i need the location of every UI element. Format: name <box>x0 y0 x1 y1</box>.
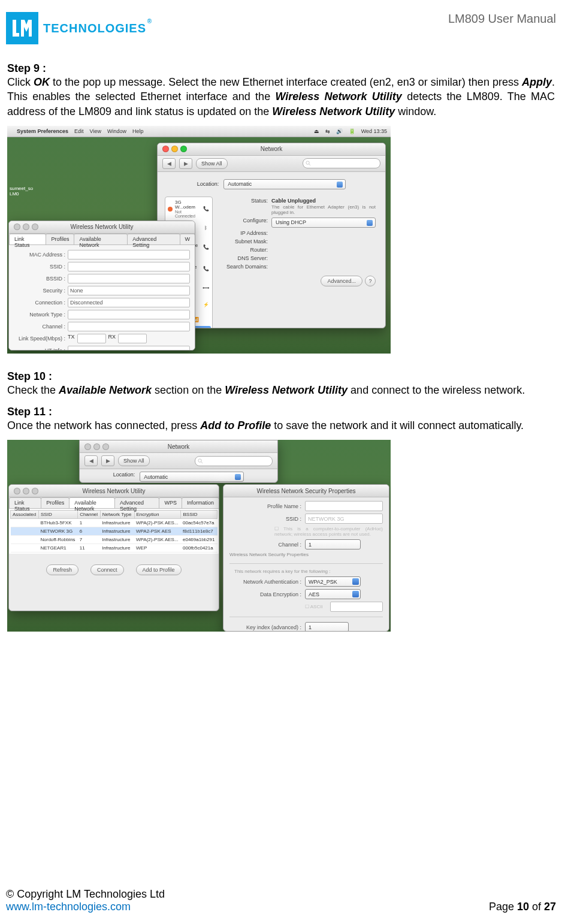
step9-heading: Step 9 : <box>7 62 555 75</box>
channel-field <box>68 322 190 331</box>
table-row[interactable]: Nordoff-Robbins7InfrastructureWPA(2)-PSK… <box>11 536 217 544</box>
iface-3g-modem[interactable]: 3G W...odemNot Connected📞 <box>167 198 211 220</box>
network-toolbar: ◀ ▶ Show All <box>158 156 385 172</box>
tab-available-network[interactable]: Available Network <box>69 497 115 508</box>
menu-view: View <box>90 128 101 134</box>
copyright-text: © Copyright LM Technologies Ltd <box>6 888 165 901</box>
auth-select[interactable]: WPA2_PSK <box>305 576 361 587</box>
battery-icon: 🔋 <box>349 128 355 134</box>
rx-field <box>118 334 147 343</box>
eject-icon: ⏏ <box>314 128 319 134</box>
ssid-field <box>68 262 190 271</box>
page-header: TECHNOLOGIES® LM809 User Manual <box>6 12 556 44</box>
step10-text: Check the Available Network section on t… <box>7 383 555 397</box>
volume-icon: 🔊 <box>336 128 343 134</box>
back-button[interactable]: ◀ <box>84 455 98 466</box>
enc-select[interactable]: AES <box>305 589 361 599</box>
page-number: Page 10 of 27 <box>489 901 556 913</box>
wnu-tabs: Link Status Profiles Available Network A… <box>9 234 195 245</box>
svg-line-4 <box>201 461 203 463</box>
wnu2-titlebar: Wireless Network Utility <box>9 485 219 497</box>
network-details: Status:Cable UnpluggedThe cable for Ethe… <box>219 197 378 328</box>
desktop-user: sumeet_soLM0 <box>10 186 33 197</box>
menubar-clock: Wed 13:35 <box>361 128 387 134</box>
profile-name-field[interactable] <box>305 501 383 511</box>
bssid-field <box>68 274 190 283</box>
advanced-button[interactable]: Advanced... <box>321 276 362 286</box>
location-row: Location: Automatic <box>165 177 378 193</box>
back-button[interactable]: ◀ <box>162 158 176 169</box>
search-icon <box>306 161 311 166</box>
network2-titlebar: Network <box>80 440 277 453</box>
menu-edit: Edit <box>74 128 84 134</box>
forward-button[interactable]: ▶ <box>101 455 114 466</box>
location-label: Location: <box>197 181 219 187</box>
logo-icon <box>6 12 38 44</box>
ht-field <box>68 346 190 351</box>
search-input[interactable] <box>195 456 273 466</box>
connection-field: Disconnected <box>68 298 190 307</box>
sec-titlebar: Wireless Network Security Properties <box>223 485 389 497</box>
tab-profiles[interactable]: Profiles <box>46 234 74 244</box>
configure-select[interactable]: Using DHCP <box>271 218 376 228</box>
step9-text: Click OK to the pop up message. Select t… <box>7 75 555 119</box>
figure-step9: System Preferences Edit View Window Help… <box>7 126 391 354</box>
search-icon <box>198 458 203 464</box>
show-all-button[interactable]: Show All <box>196 158 228 169</box>
security-props-window[interactable]: Wireless Network Security Properties Pro… <box>223 484 389 632</box>
wnu-available-window[interactable]: Wireless Network Utility Link Status Pro… <box>8 484 219 611</box>
search-input[interactable] <box>303 158 380 168</box>
body-content: Step 9 : Click OK to the pop up message.… <box>6 62 556 632</box>
table-row[interactable]: NETWORK 3G6InfrastructureWPA2-PSK AESf8d… <box>11 527 217 536</box>
footer-link[interactable]: www.lm-technologies.com <box>6 901 131 913</box>
page-footer: © Copyright LM Technologies Ltd www.lm-t… <box>6 888 556 913</box>
wnu-titlebar: Wireless Network Utility <box>9 221 195 234</box>
mac-field <box>68 250 190 259</box>
show-all-button[interactable]: Show All <box>118 455 150 466</box>
svg-line-1 <box>309 164 310 166</box>
tab-link-status[interactable]: Link Status <box>9 497 41 508</box>
security-field: None <box>68 286 190 295</box>
tab-profiles[interactable]: Profiles <box>41 497 70 508</box>
tab-advanced[interactable]: Advanced Setting <box>114 497 160 508</box>
network-window-title: Network <box>158 146 385 152</box>
refresh-button[interactable]: Refresh <box>46 564 78 575</box>
connect-button[interactable]: Connect <box>90 564 124 575</box>
network-window-2[interactable]: Network ◀ ▶ Show All Location: Automatic <box>79 440 278 483</box>
add-to-profile-button[interactable]: Add to Profile <box>136 564 182 575</box>
menu-help: Help <box>132 128 144 134</box>
forward-button[interactable]: ▶ <box>179 158 192 169</box>
location-select[interactable]: Automatic <box>223 179 346 189</box>
available-network-table[interactable]: Associated SSID Channel Network Type Enc… <box>10 510 217 552</box>
sync-icon: ⇆ <box>325 128 330 134</box>
mac-menubar: System Preferences Edit View Window Help… <box>7 126 391 137</box>
network-window-titlebar: Network <box>158 143 385 156</box>
logo-text: TECHNOLOGIES® <box>43 22 146 35</box>
tab-information[interactable]: Information <box>182 497 219 508</box>
wnu-window[interactable]: Wireless Network Utility Link Status Pro… <box>8 221 195 351</box>
tab-wps[interactable]: WPS <box>159 497 182 508</box>
doc-title: LM809 User Manual <box>448 12 556 26</box>
location-select-2[interactable]: Automatic <box>140 472 244 482</box>
step11-heading: Step 11 : <box>7 406 555 418</box>
wnu-title: Wireless Network Utility <box>9 224 195 230</box>
ssid-field[interactable]: NETWORK 3G <box>305 514 383 524</box>
tx-field <box>77 334 106 343</box>
nettype-field <box>68 310 190 319</box>
step10-heading: Step 10 : <box>7 370 555 383</box>
figure-step11: Network ◀ ▶ Show All Location: Automatic… <box>7 440 391 632</box>
tab-link-status[interactable]: Link Status <box>9 234 46 244</box>
step11-text: Once the network has connected, press Ad… <box>7 418 555 433</box>
tab-wps[interactable]: W <box>180 234 196 244</box>
tab-advanced[interactable]: Advanced Setting <box>127 234 180 244</box>
ascii-field[interactable] <box>330 602 383 612</box>
tab-available-network[interactable]: Available Network <box>74 234 128 244</box>
menu-window: Window <box>107 128 126 134</box>
channel-select[interactable]: 1 <box>305 539 361 549</box>
menubar-app: System Preferences <box>17 128 68 134</box>
key-index-select[interactable]: 1 <box>305 622 349 632</box>
help-button[interactable]: ? <box>365 276 376 286</box>
logo: TECHNOLOGIES® <box>6 12 146 44</box>
table-row[interactable]: NETGEAR111InfrastructureWEP000fb5c0421a <box>11 544 217 552</box>
table-row[interactable]: BTHub3-5FXK1InfrastructureWPA(2)-PSK AES… <box>11 519 217 527</box>
